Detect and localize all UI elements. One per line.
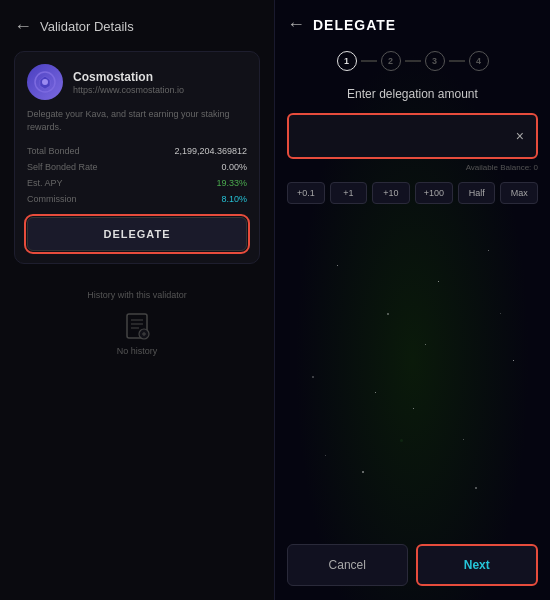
stat-row-apy: Est. APY 19.33%	[27, 175, 247, 191]
stat-row-total-bonded: Total Bonded 2,199,204.369812	[27, 143, 247, 159]
right-header: ← DELEGATE	[287, 14, 538, 35]
amount-input-box[interactable]: ×	[287, 113, 538, 159]
amount-input[interactable]	[301, 129, 516, 144]
back-header: ← Validator Details	[14, 16, 260, 37]
no-history-label: No history	[117, 346, 158, 356]
next-button[interactable]: Next	[416, 544, 539, 586]
quick-btn-10[interactable]: +10	[372, 182, 410, 204]
validator-info: Cosmostation https://www.cosmostation.io	[27, 64, 247, 100]
history-icon-block: No history	[14, 310, 260, 356]
stat-row-self-bonded: Self Bonded Rate 0.00%	[27, 159, 247, 175]
quick-btn-100[interactable]: +100	[415, 182, 453, 204]
quick-btn-half[interactable]: Half	[458, 182, 496, 204]
svg-point-1	[42, 79, 48, 85]
stat-value-self-bonded: 0.00%	[221, 162, 247, 172]
step-line-2	[405, 60, 421, 62]
stats-table: Total Bonded 2,199,204.369812 Self Bonde…	[27, 143, 247, 207]
left-panel: ← Validator Details Cosmostation https:/…	[0, 0, 275, 600]
stat-label-apy: Est. APY	[27, 178, 63, 188]
quick-btn-max[interactable]: Max	[500, 182, 538, 204]
right-panel: ← DELEGATE 1 2 3 4 Enter delegation amou…	[275, 0, 550, 600]
validator-name-block: Cosmostation https://www.cosmostation.io	[73, 70, 184, 95]
step-line-3	[449, 60, 465, 62]
bottom-actions: Cancel Next	[287, 534, 538, 586]
cancel-button[interactable]: Cancel	[287, 544, 408, 586]
validator-url: https://www.cosmostation.io	[73, 85, 184, 95]
space-background	[287, 218, 538, 534]
validator-description: Delegate your Kava, and start earning yo…	[27, 108, 247, 133]
quick-amounts: +0.1 +1 +10 +100 Half Max	[287, 182, 538, 204]
stat-label-self-bonded: Self Bonded Rate	[27, 162, 98, 172]
no-history-icon	[121, 310, 153, 342]
quick-btn-1[interactable]: +1	[330, 182, 368, 204]
available-balance: Available Balance: 0	[287, 163, 538, 172]
stat-label-total-bonded: Total Bonded	[27, 146, 80, 156]
quick-btn-01[interactable]: +0.1	[287, 182, 325, 204]
step-4: 4	[469, 51, 489, 71]
back-arrow-left[interactable]: ←	[14, 16, 32, 37]
step-1: 1	[337, 51, 357, 71]
stat-label-commission: Commission	[27, 194, 77, 204]
steps-indicator: 1 2 3 4	[287, 51, 538, 71]
stat-value-apy: 19.33%	[216, 178, 247, 188]
delegate-title: DELEGATE	[313, 17, 396, 33]
history-section: History with this validator No history	[14, 290, 260, 356]
validator-card: Cosmostation https://www.cosmostation.io…	[14, 51, 260, 264]
step-2: 2	[381, 51, 401, 71]
stat-value-total-bonded: 2,199,204.369812	[174, 146, 247, 156]
history-label: History with this validator	[14, 290, 260, 300]
step-line-1	[361, 60, 377, 62]
step-3: 3	[425, 51, 445, 71]
page-title-left: Validator Details	[40, 19, 134, 34]
validator-logo	[27, 64, 63, 100]
stat-row-commission: Commission 8.10%	[27, 191, 247, 207]
delegate-button[interactable]: DELEGATE	[27, 217, 247, 251]
back-arrow-right[interactable]: ←	[287, 14, 305, 35]
stat-value-commission: 8.10%	[221, 194, 247, 204]
enter-amount-label: Enter delegation amount	[287, 87, 538, 101]
clear-button[interactable]: ×	[516, 128, 524, 144]
validator-name: Cosmostation	[73, 70, 184, 84]
